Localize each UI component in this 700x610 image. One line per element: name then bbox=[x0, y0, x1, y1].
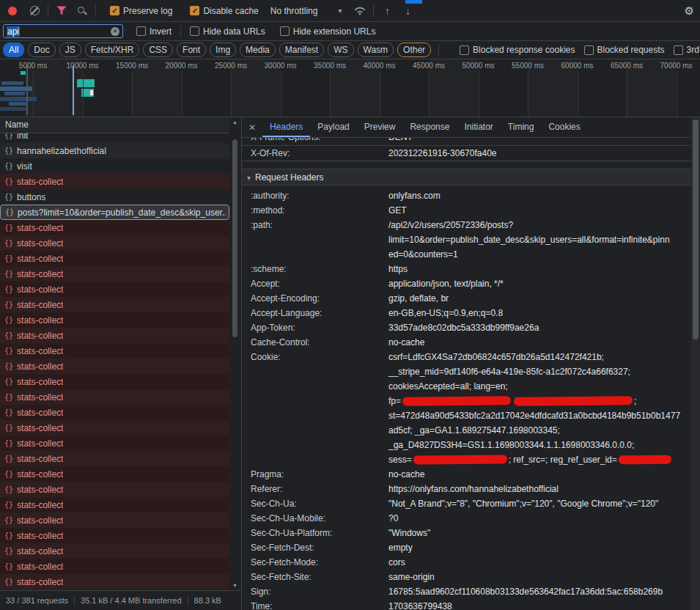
request-row[interactable]: {}hannahelizabethofficial bbox=[0, 143, 229, 158]
request-row[interactable]: {}init bbox=[0, 133, 229, 143]
scrollbar-thumb[interactable] bbox=[693, 120, 699, 339]
filter-chip-js[interactable]: JS bbox=[59, 43, 81, 57]
cookie-value-line: sess=; ref_src=; reg_ref_user_id= bbox=[388, 452, 691, 467]
record-button[interactable] bbox=[4, 3, 21, 19]
request-row[interactable]: {}stats-collect bbox=[0, 512, 229, 528]
scroll-up-icon[interactable]: ▲ bbox=[232, 120, 237, 125]
clipped-header-row: X-Frame-Options: DENY bbox=[242, 138, 691, 146]
hide-data-urls-checkbox[interactable]: Hide data URLs bbox=[190, 26, 265, 37]
filter-chip-img[interactable]: Img bbox=[210, 43, 236, 57]
filter-chip-manifest[interactable]: Manifest bbox=[279, 43, 324, 57]
hide-extension-urls-label: Hide extension URLs bbox=[293, 26, 376, 37]
export-har-button[interactable]: ↓ bbox=[399, 3, 416, 19]
request-list-scrollbar[interactable]: ▲ ▼ bbox=[229, 117, 242, 590]
filter-chip-ws[interactable]: WS bbox=[328, 43, 353, 57]
redaction-scribble bbox=[514, 396, 633, 406]
filter-chip-all[interactable]: All bbox=[3, 43, 24, 57]
hide-extension-urls-checkbox[interactable]: Hide extension URLs bbox=[280, 26, 376, 37]
request-row[interactable]: {}stats-collect bbox=[0, 282, 229, 297]
request-row[interactable]: {}stats-collect bbox=[0, 482, 229, 497]
request-row[interactable]: {}stats-collect bbox=[0, 559, 229, 574]
invert-checkbox[interactable]: Invert bbox=[136, 26, 172, 37]
details-tabs: ✕ HeadersPayloadPreviewResponseInitiator… bbox=[242, 117, 691, 138]
request-row[interactable]: {}stats-collect bbox=[0, 328, 229, 343]
clear-filter-icon[interactable]: ✕ bbox=[111, 27, 119, 36]
request-row[interactable]: {}stats-collect bbox=[0, 374, 229, 389]
filter-input[interactable]: api ✕ bbox=[3, 24, 123, 38]
json-braces-icon: {} bbox=[4, 408, 13, 416]
timeline-tick-label: 20000 ms bbox=[166, 62, 198, 70]
json-braces-icon: {} bbox=[4, 162, 13, 170]
json-braces-icon: {} bbox=[4, 193, 13, 201]
filter-chip-other[interactable]: Other bbox=[397, 43, 431, 57]
tab-payload[interactable]: Payload bbox=[310, 117, 356, 137]
tab-initiator[interactable]: Initiator bbox=[457, 117, 500, 137]
details-scrollbar[interactable] bbox=[691, 117, 700, 610]
network-overview-timeline[interactable]: 5000 ms10000 ms15000 ms20000 ms25000 ms3… bbox=[0, 59, 700, 117]
toolbar-divider bbox=[373, 5, 374, 17]
scrollbar-thumb[interactable] bbox=[232, 139, 237, 337]
request-row[interactable]: {}stats-collect bbox=[0, 343, 229, 359]
request-row[interactable]: {}stats-collect bbox=[0, 436, 229, 451]
request-name: stats-collect bbox=[17, 223, 63, 233]
timeline-gridline bbox=[528, 70, 528, 117]
header-row: Accept:application/json, text/plain, */* bbox=[251, 276, 691, 291]
request-row[interactable]: {}stats-collect bbox=[0, 543, 229, 559]
disable-cache-checkbox[interactable]: ✓ Disable cache bbox=[190, 6, 258, 16]
request-row[interactable]: {}stats-collect bbox=[0, 266, 229, 282]
request-row[interactable]: {}stats-collect bbox=[0, 574, 229, 589]
request-row[interactable]: {}stats-collect bbox=[0, 497, 229, 512]
header-row: :path:/api2/v2/users/20572336/posts?limi… bbox=[251, 218, 691, 262]
request-row[interactable]: {}stats-collect bbox=[0, 420, 229, 436]
timeline-tick-label: 10000 ms bbox=[67, 62, 99, 70]
request-row[interactable]: {}stats-collect bbox=[0, 528, 229, 543]
filter-checkbox-blocked-requests[interactable]: Blocked requests bbox=[584, 45, 665, 55]
request-row[interactable]: {}stats-collect bbox=[0, 359, 229, 374]
tab-headers[interactable]: Headers bbox=[262, 117, 310, 137]
name-column-header[interactable]: Name bbox=[0, 117, 229, 133]
overview-activity-bar bbox=[0, 97, 37, 101]
json-braces-icon: {} bbox=[5, 208, 14, 216]
tab-cookies[interactable]: Cookies bbox=[541, 117, 587, 137]
request-row[interactable]: {}stats-collect bbox=[0, 312, 229, 328]
filter-chip-font[interactable]: Font bbox=[177, 43, 206, 57]
filter-chip-wasm[interactable]: Wasm bbox=[358, 43, 394, 57]
clear-button[interactable] bbox=[26, 3, 43, 19]
filter-chip-css[interactable]: CSS bbox=[143, 43, 173, 57]
request-row[interactable]: {}stats-collect bbox=[0, 220, 229, 235]
tab-timing[interactable]: Timing bbox=[501, 117, 542, 137]
search-button[interactable] bbox=[74, 3, 90, 19]
checkbox-unchecked-icon bbox=[136, 26, 146, 36]
filter-toggle-button[interactable] bbox=[54, 3, 70, 19]
network-conditions-button[interactable] bbox=[352, 3, 368, 19]
request-row[interactable]: {}stats-collect bbox=[0, 251, 229, 266]
request-row[interactable]: {}stats-collect bbox=[0, 389, 229, 405]
scroll-down-icon[interactable]: ▼ bbox=[232, 583, 237, 588]
request-row[interactable]: {}stats-collect bbox=[0, 297, 229, 312]
request-row[interactable]: {}posts?limit=10&order=publish_date_desc… bbox=[0, 205, 229, 220]
request-row[interactable]: {}stats-collect bbox=[0, 466, 229, 482]
tab-response[interactable]: Response bbox=[402, 117, 457, 137]
preserve-log-checkbox[interactable]: ✓ Preserve log bbox=[110, 6, 172, 16]
filter-chip-fetch-xhr[interactable]: Fetch/XHR bbox=[85, 43, 140, 57]
filter-checkbox-3rd-party-requests[interactable]: 3rd-party requests bbox=[674, 45, 700, 55]
filter-checkbox-blocked-response-cookies[interactable]: Blocked response cookies bbox=[460, 45, 575, 55]
checkbox-checked-icon: ✓ bbox=[190, 6, 199, 15]
json-braces-icon: {} bbox=[4, 547, 13, 555]
request-row[interactable]: {}stats-collect bbox=[0, 235, 229, 251]
chevron-down-icon: ▾ bbox=[338, 7, 342, 15]
settings-gear-button[interactable]: ⚙ bbox=[685, 4, 694, 18]
request-name: stats-collect bbox=[17, 546, 63, 556]
import-har-button[interactable]: ↑ bbox=[379, 3, 395, 19]
request-row[interactable]: {}stats-collect bbox=[0, 174, 229, 189]
filter-chip-media[interactable]: Media bbox=[240, 43, 276, 57]
tab-preview[interactable]: Preview bbox=[357, 117, 403, 137]
request-headers-section-toggle[interactable]: ▾Request Headers bbox=[242, 169, 691, 185]
request-row[interactable]: {}visit bbox=[0, 158, 229, 174]
close-details-button[interactable]: ✕ bbox=[242, 122, 262, 133]
filter-chip-doc[interactable]: Doc bbox=[28, 43, 55, 57]
request-row[interactable]: {}stats-collect bbox=[0, 451, 229, 466]
request-row[interactable]: {}stats-collect bbox=[0, 405, 229, 420]
request-row[interactable]: {}buttons bbox=[0, 189, 229, 205]
throttling-dropdown[interactable]: No throttling ▾ bbox=[270, 6, 342, 16]
